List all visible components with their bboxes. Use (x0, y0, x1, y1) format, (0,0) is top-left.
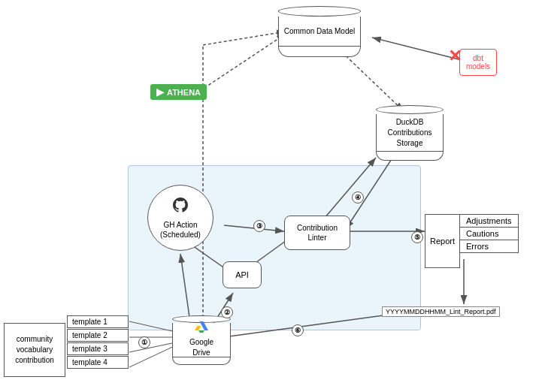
duckdb-storage: DuckDB Contributions Storage (376, 105, 444, 161)
community-box: community vocabulary contribution (4, 323, 65, 377)
svg-line-17 (203, 32, 286, 45)
pdf-label: YYYYMMDDHHММ_Lint_Report.pdf (382, 306, 500, 317)
step-5: ⑤ (411, 231, 423, 243)
common-data-model: Common Data Model (278, 6, 361, 57)
template-item-4: template 4 (67, 356, 129, 369)
api-box: API (223, 261, 262, 288)
report-container: Report Adjustments Cautions Errors (425, 214, 519, 268)
google-drive-icon (195, 321, 208, 336)
report-row-cautions: Cautions (460, 228, 518, 240)
step-1: ① (138, 336, 150, 348)
diagram-container: Common Data Model dbt models ✕ DuckDB Co… (0, 0, 542, 392)
report-row-errors: Errors (460, 240, 518, 252)
template-item-1: template 1 (67, 315, 129, 328)
template-item-3: template 3 (67, 342, 129, 355)
step-3: ③ (253, 220, 265, 232)
report-label: Report (425, 214, 460, 268)
github-icon (171, 196, 189, 219)
step-6: ⑥ (292, 324, 304, 336)
svg-line-4 (195, 34, 286, 94)
gh-action: GH Action(Scheduled) (147, 185, 213, 251)
step-4: ④ (352, 191, 364, 204)
x-mark: ✕ (448, 47, 462, 66)
template-item-2: template 2 (67, 329, 129, 342)
svg-marker-22 (198, 330, 204, 333)
report-row-adjustments: Adjustments (460, 215, 518, 228)
google-drive: GoogleDrive (172, 315, 231, 365)
svg-marker-21 (195, 326, 201, 330)
contribution-linter: ContributionLinter (284, 216, 350, 250)
report-rows: Adjustments Cautions Errors (460, 214, 519, 253)
template-group: template 1 template 2 template 3 templat… (67, 315, 129, 369)
athena-badge: ▶ ATHENA (150, 84, 207, 100)
dbt-models-box: dbt models (459, 49, 497, 76)
step-2: ② (221, 306, 233, 318)
